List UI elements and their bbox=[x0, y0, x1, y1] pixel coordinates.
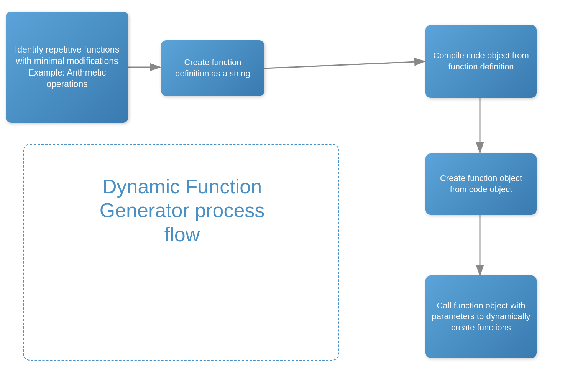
compile-box: Compile code object from function defini… bbox=[425, 25, 537, 98]
dfg-title: Dynamic Function Generator process flow bbox=[27, 175, 337, 246]
compile-label: Compile code object from function defini… bbox=[431, 50, 531, 72]
call-function-box: Call function object with parameters to … bbox=[425, 275, 537, 358]
create-function-label: Create function object from code object bbox=[431, 173, 531, 195]
diagram-container: Identify repetitive functions with minim… bbox=[0, 0, 588, 374]
dfg-title-text: Dynamic Function Generator process flow bbox=[100, 175, 265, 245]
identify-box: Identify repetitive functions with minim… bbox=[6, 12, 128, 123]
identify-label: Identify repetitive functions with minim… bbox=[11, 44, 123, 90]
create-definition-label: Create function definition as a string bbox=[166, 57, 259, 79]
create-function-box: Create function object from code object bbox=[425, 153, 537, 215]
create-definition-box: Create function definition as a string bbox=[161, 40, 264, 96]
call-function-label: Call function object with parameters to … bbox=[431, 300, 531, 333]
svg-line-2 bbox=[264, 61, 425, 68]
